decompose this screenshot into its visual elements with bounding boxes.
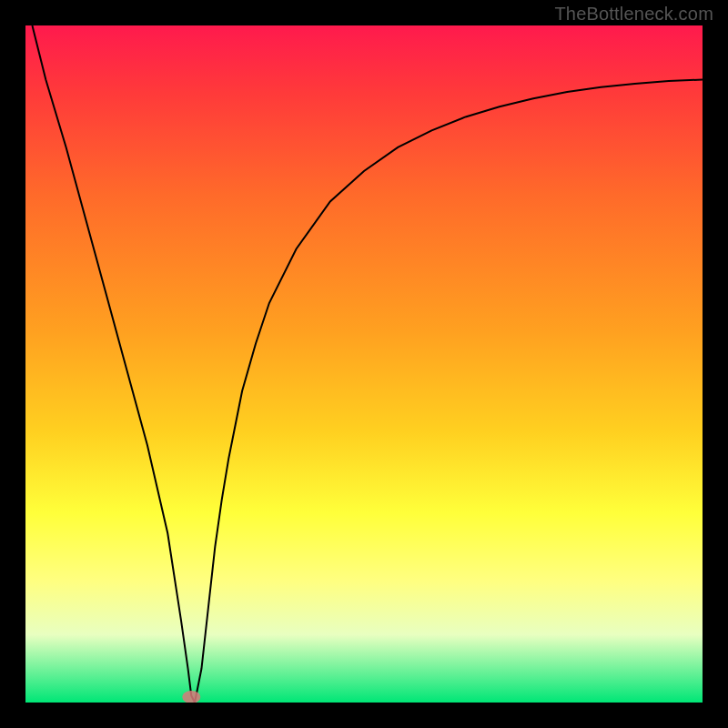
plot-area <box>25 25 703 703</box>
chart-frame: TheBottleneck.com <box>0 0 728 728</box>
bottleneck-curve <box>32 25 703 703</box>
minimum-marker <box>182 691 200 703</box>
attribution-text: TheBottleneck.com <box>554 4 713 25</box>
curve-svg <box>25 25 703 703</box>
